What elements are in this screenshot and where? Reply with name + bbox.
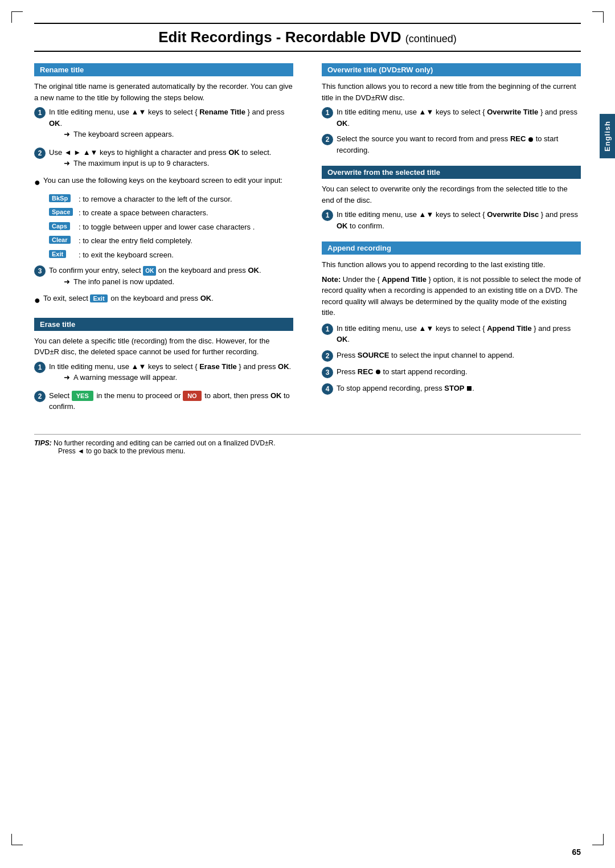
overwrite-selected-header: Overwrite from the selected title (322, 166, 581, 179)
rename-title-header: Rename title (34, 63, 293, 76)
append-step-1: 1 In title editing menu, use ▲▼ keys to … (322, 323, 581, 345)
keyboard-keys-intro: ● You can use the following keys on the … (34, 176, 293, 189)
step-number-3: 3 (34, 265, 46, 277)
corner-mark-bl (11, 834, 23, 845)
overwrite-step-number-1: 1 (322, 107, 333, 118)
page-number: 65 (572, 847, 581, 857)
append-recording-section: Append recording This function allows yo… (322, 241, 581, 395)
step-number-1: 1 (34, 107, 46, 118)
append-recording-header: Append recording (322, 241, 581, 255)
right-column: Overwrite title (DVD±RW only) This funct… (316, 63, 581, 423)
rename-step-3: 3 To confirm your entry, select OK on th… (34, 265, 293, 289)
overwrite-selected-step-number-1: 1 (322, 210, 333, 221)
overwrite-step-1: 1 In title editing menu, use ▲▼ keys to … (322, 107, 581, 129)
exit-bullet: ● To exit, select Exit on the keyboard a… (34, 294, 293, 307)
erase-step-2: 2 Select YES in the menu to proceed or N… (34, 390, 293, 412)
key-space: Space : to create a space between charac… (49, 207, 293, 219)
step-number-2: 2 (34, 148, 46, 159)
erase-step-number-2: 2 (34, 391, 46, 402)
key-bksp: BkSp : to remove a character to the left… (49, 194, 293, 205)
overwrite-step-number-2: 2 (322, 134, 333, 145)
append-step-4: 4 To stop append recording, press STOP . (322, 383, 581, 395)
append-note: Note: Under the { Append Title } option,… (322, 274, 581, 318)
overwrite-title-intro: This function allows you to record a new… (322, 81, 581, 103)
tips-label: TIPS: (34, 439, 52, 447)
rename-step-1: 1 In title editing menu, use ▲▼ keys to … (34, 107, 293, 142)
overwrite-selected-intro: You can select to overwrite only the rec… (322, 183, 581, 206)
corner-mark-br (592, 834, 604, 845)
append-step-number-2: 2 (322, 350, 333, 362)
erase-title-header: Erase title (34, 318, 293, 331)
erase-step-number-1: 1 (34, 362, 46, 373)
page-title: Edit Recordings - Recordable DVD (contin… (34, 23, 581, 52)
rename-step-2: 2 Use ◄ ► ▲▼ keys to highlight a charact… (34, 147, 293, 171)
erase-step-1: 1 In title editing menu, use ▲▼ keys to … (34, 361, 293, 386)
left-column: Rename title The original title name is … (34, 63, 299, 423)
language-tab: English (600, 114, 615, 158)
corner-mark-tr (592, 11, 604, 23)
overwrite-step-2: 2 Select the source you want to record f… (322, 133, 581, 155)
overwrite-selected-step-1: 1 In title editing menu, use ▲▼ keys to … (322, 209, 581, 231)
key-table: BkSp : to remove a character to the left… (49, 194, 293, 261)
tips-line1: No further recording and editing can be … (54, 439, 275, 447)
rename-title-section: Rename title The original title name is … (34, 63, 293, 308)
append-step-3: 3 Press REC to start append recording. (322, 366, 581, 378)
tips-section: TIPS: No further recording and editing c… (34, 434, 581, 455)
erase-title-section: Erase title You can delete a specific ti… (34, 318, 293, 412)
append-step-number-1: 1 (322, 324, 333, 335)
overwrite-title-header: Overwrite title (DVD±RW only) (322, 63, 581, 76)
append-step-2: 2 Press SOURCE to select the input chann… (322, 350, 581, 362)
append-step-number-4: 4 (322, 383, 333, 395)
erase-title-intro: You can delete a specific title (recordi… (34, 335, 293, 358)
corner-mark-tl (11, 11, 23, 23)
key-caps: Caps : to toggle between upper and lower… (49, 222, 293, 233)
rename-title-intro: The original title name is generated aut… (34, 81, 293, 103)
append-recording-intro: This function allows you to append recor… (322, 259, 581, 271)
overwrite-selected-section: Overwrite from the selected title You ca… (322, 166, 581, 231)
key-exit: Exit : to exit the keyboard screen. (49, 249, 293, 261)
overwrite-title-section: Overwrite title (DVD±RW only) This funct… (322, 63, 581, 155)
key-clear: Clear : to clear the entry field complet… (49, 235, 293, 247)
tips-line2: Press ◄ to go back to the previous menu. (58, 447, 185, 455)
append-step-number-3: 3 (322, 367, 333, 378)
